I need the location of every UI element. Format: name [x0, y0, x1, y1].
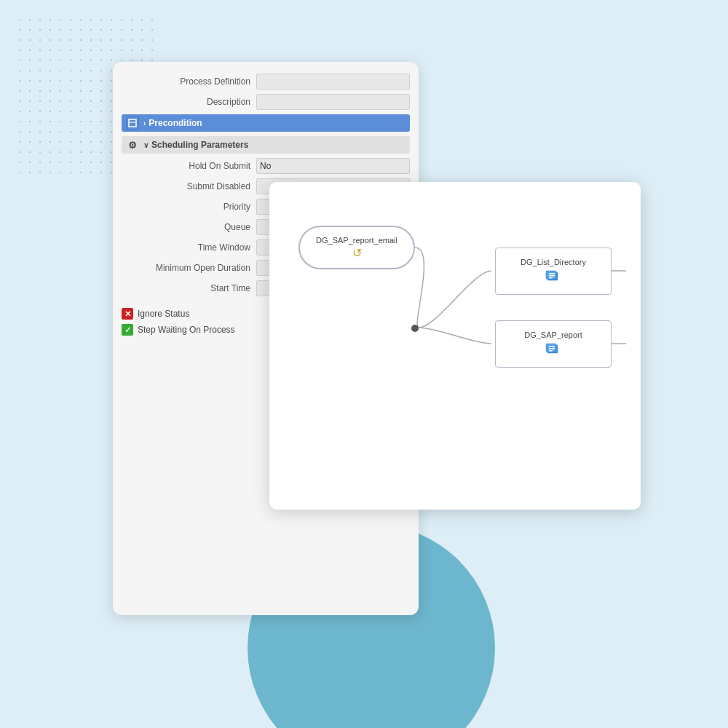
svg-rect-6: [549, 273, 555, 274]
step-waiting-icon: ✓: [122, 324, 133, 336]
minimum-open-duration-label: Minimum Open Duration: [122, 263, 256, 273]
svg-rect-7: [549, 275, 555, 277]
box-node-1-icon: [545, 269, 561, 285]
ignore-status-icon: ✕: [122, 308, 133, 320]
box-node-2-icon: [545, 342, 561, 358]
process-node-main[interactable]: DG_SAP_report_email ↺: [298, 226, 415, 269]
description-label: Description: [122, 97, 256, 107]
svg-rect-0: [129, 119, 136, 127]
svg-rect-11: [549, 346, 555, 347]
precondition-label: Precondition: [149, 118, 202, 128]
process-node-icon: ↺: [352, 246, 362, 260]
hold-on-submit-input[interactable]: No: [256, 158, 410, 174]
ignore-status-label: Ignore Status: [138, 309, 189, 319]
svg-rect-8: [549, 277, 553, 279]
connection-dot: [411, 325, 419, 332]
precondition-chevron: ›: [143, 119, 146, 127]
queue-label: Queue: [122, 222, 256, 232]
hold-on-submit-row: Hold On Submit No: [113, 158, 419, 174]
diagram-inner: DG_SAP_report_email ↺ get data DG_List_D…: [269, 182, 641, 510]
scheduling-icon: ⚙: [126, 138, 139, 151]
description-input[interactable]: [256, 94, 410, 110]
diagram-panel: DG_SAP_report_email ↺ get data DG_List_D…: [269, 182, 641, 510]
process-definition-label: Process Definition: [122, 76, 256, 87]
svg-rect-12: [549, 348, 555, 349]
step-waiting-label: Step Waiting On Process: [138, 325, 235, 335]
submit-disabled-label: Submit Disabled: [122, 181, 256, 191]
process-node-label: DG_SAP_report_email: [316, 236, 397, 245]
box-node-2-label: DG_SAP_report: [524, 331, 582, 339]
box-node-1-label: DG_List_Directory: [521, 258, 586, 266]
svg-rect-13: [549, 350, 553, 352]
description-row: Description: [113, 94, 419, 110]
scheduling-parameters-section-header[interactable]: ⚙ ∨ Scheduling Parameters: [122, 136, 410, 154]
start-time-label: Start Time: [122, 283, 256, 293]
box-node-dg-list-directory[interactable]: DG_List_Directory: [495, 248, 612, 295]
priority-label: Priority: [122, 202, 256, 212]
process-definition-input[interactable]: [256, 74, 410, 90]
precondition-section-header[interactable]: › Precondition: [122, 114, 410, 132]
box-node-dg-sap-report[interactable]: DG_SAP_report: [495, 320, 612, 368]
scheduling-chevron: ∨: [143, 141, 149, 149]
precondition-icon: [126, 116, 139, 130]
hold-on-submit-label: Hold On Submit: [122, 161, 256, 171]
time-window-label: Time Window: [122, 242, 256, 253]
scheduling-label: Scheduling Parameters: [151, 140, 248, 150]
process-definition-row: Process Definition: [113, 74, 419, 90]
